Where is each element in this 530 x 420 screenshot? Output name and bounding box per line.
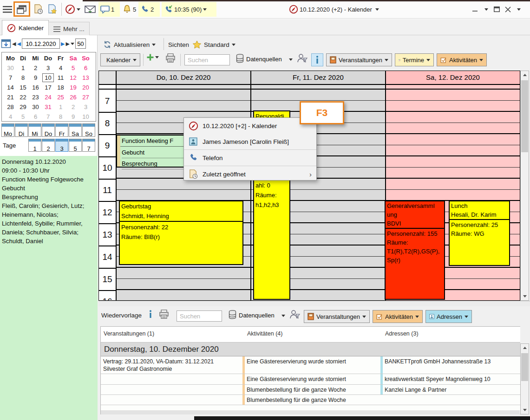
time-slot[interactable] [386, 101, 520, 112]
maximize-button[interactable] [491, 4, 502, 15]
bell-badge[interactable]: 5 [123, 2, 136, 17]
time-slot[interactable] [386, 123, 520, 134]
minical-day[interactable]: 31 [42, 102, 54, 112]
tage-button-5[interactable]: 5 [69, 139, 82, 152]
day-column[interactable] [385, 85, 520, 300]
time-slot[interactable] [117, 190, 250, 201]
kalender-dropdown-arrow[interactable] [133, 59, 137, 61]
minical-day[interactable]: 27 [79, 92, 92, 102]
date-dropdown-arrow[interactable] [71, 43, 74, 45]
table-row[interactable]: Eine Gästereservierung wurde storniertkr… [101, 374, 520, 385]
minical-day[interactable]: 10 [79, 112, 92, 122]
view-standard-button[interactable]: Standard [192, 39, 236, 50]
bottom-aktivitaeten-button[interactable]: Aktivitäten [373, 310, 423, 323]
scroll-up-button[interactable] [521, 71, 529, 79]
minical-day[interactable]: 3 [42, 63, 54, 73]
next-fast-arrow[interactable]: ▶ [65, 41, 69, 47]
menu-item[interactable]: Zuletzt geöffnet› [184, 166, 316, 182]
time-slot[interactable] [251, 268, 385, 279]
calendar-vertical-scrollbar[interactable] [520, 71, 529, 301]
time-slot[interactable] [251, 90, 385, 101]
bottom-datasources-button[interactable] [229, 310, 236, 319]
minical-day[interactable]: 26 [67, 92, 79, 102]
minical-day[interactable]: 4 [54, 63, 67, 73]
weekday-button-di[interactable]: Di [15, 123, 28, 137]
tab-kalender[interactable]: Kalender [2, 20, 49, 36]
table-row[interactable]: Blumenbestellung für die ganze WocheKanz… [101, 385, 520, 395]
dropdown-arrow[interactable] [415, 316, 419, 318]
veranstaltungen-dropdown-arrow[interactable] [385, 59, 388, 61]
time-slot[interactable] [117, 223, 250, 234]
time-slot[interactable] [117, 290, 250, 300]
menu-item[interactable]: James Jameson [Carolin Fleiß] [184, 134, 316, 149]
bottom-datasources-label[interactable]: Datenquellen [239, 312, 275, 319]
day-header[interactable]: Sa, 12. Dez 2020 [385, 71, 520, 85]
minical-day[interactable]: 1 [17, 63, 29, 73]
day-header[interactable]: Do, 10. Dez 2020 [116, 71, 250, 85]
weekday-button-do[interactable]: Do [42, 123, 55, 137]
time-slot[interactable] [386, 179, 520, 190]
favorite-document-icon[interactable] [47, 2, 58, 17]
time-slot[interactable] [251, 190, 385, 201]
next-day-arrow[interactable]: ▶ [61, 41, 65, 47]
call-dropdown-arrow[interactable] [203, 8, 207, 11]
time-slot[interactable] [251, 234, 385, 246]
minical-day[interactable]: 2 [29, 63, 42, 73]
time-slot[interactable] [251, 279, 385, 290]
minical-day[interactable]: 29 [17, 102, 29, 112]
minical-day[interactable]: 12 [67, 73, 79, 83]
minical-day[interactable]: 3 [79, 102, 92, 112]
minical-day[interactable]: 21 [4, 92, 17, 102]
scroll-up-button[interactable] [521, 344, 529, 352]
time-slot[interactable] [386, 145, 520, 156]
wiedervorlage-table[interactable]: Veranstaltungen (1) Aktivitäten (4) Adre… [100, 326, 520, 414]
time-slot[interactable] [386, 290, 520, 300]
tage-button-2[interactable]: 2 [42, 139, 55, 152]
add-dropdown-arrow[interactable] [155, 56, 159, 58]
minical-day[interactable]: 14 [4, 83, 17, 92]
dropdown-arrow[interactable] [465, 316, 468, 318]
time-slot[interactable] [386, 257, 520, 268]
bottom-person-filter-button[interactable] [289, 310, 300, 320]
minical-day[interactable]: 8 [17, 73, 29, 83]
scroll-down-button[interactable] [521, 406, 529, 414]
time-slot[interactable] [386, 85, 520, 90]
minical-day[interactable]: 16 [29, 83, 42, 92]
veranstaltungen-button[interactable]: Veranstaltungen [326, 53, 392, 66]
menu-item[interactable]: Telefon [184, 150, 316, 166]
time-slot[interactable] [251, 257, 385, 268]
minical-day[interactable]: 22 [17, 92, 29, 102]
time-slot[interactable] [117, 85, 250, 90]
view-dropdown-arrow[interactable] [232, 44, 236, 46]
datasources-label[interactable]: Datenquellen [246, 56, 282, 63]
time-slot[interactable] [386, 268, 520, 279]
minical-day[interactable]: 7 [42, 112, 54, 122]
termine-button[interactable]: Termine [395, 53, 434, 66]
minical-day[interactable]: 17 [42, 83, 54, 92]
info-toggle-button[interactable] [311, 53, 323, 66]
weekday-button-sa[interactable]: Sa [69, 123, 82, 137]
minical-day[interactable]: 9 [29, 73, 42, 83]
minimize-button[interactable] [470, 4, 480, 15]
bottom-datasources-dropdown-arrow[interactable] [281, 315, 285, 317]
prev-fast-arrow[interactable]: ◀ [12, 41, 16, 47]
datasources-button[interactable] [236, 54, 244, 63]
weekday-button-so[interactable]: So [82, 123, 95, 137]
time-slot[interactable] [386, 234, 520, 246]
minical-day[interactable]: 7 [4, 73, 17, 83]
minical-day[interactable]: 11 [54, 73, 67, 83]
minical-day[interactable]: 13 [79, 73, 92, 83]
minical-day[interactable]: 20 [79, 83, 92, 92]
close-dropdown-arrow[interactable] [514, 4, 524, 15]
phone-badge[interactable]: 2 [138, 2, 160, 17]
hamburger-menu-icon[interactable] [3, 2, 12, 17]
time-slot[interactable] [117, 201, 250, 212]
table-row[interactable]: Vertrag: 29.11.2020, VA-Datum: 31.12.202… [101, 356, 520, 374]
minimize-dropdown-arrow[interactable] [481, 4, 491, 15]
bottom-info-button[interactable] [149, 310, 152, 318]
minical-day[interactable]: 5 [17, 112, 29, 122]
minical-day[interactable]: 24 [42, 92, 54, 102]
time-slot[interactable] [117, 101, 250, 112]
time-slot[interactable] [117, 212, 250, 223]
tage-button-7[interactable]: 7 [82, 139, 95, 152]
